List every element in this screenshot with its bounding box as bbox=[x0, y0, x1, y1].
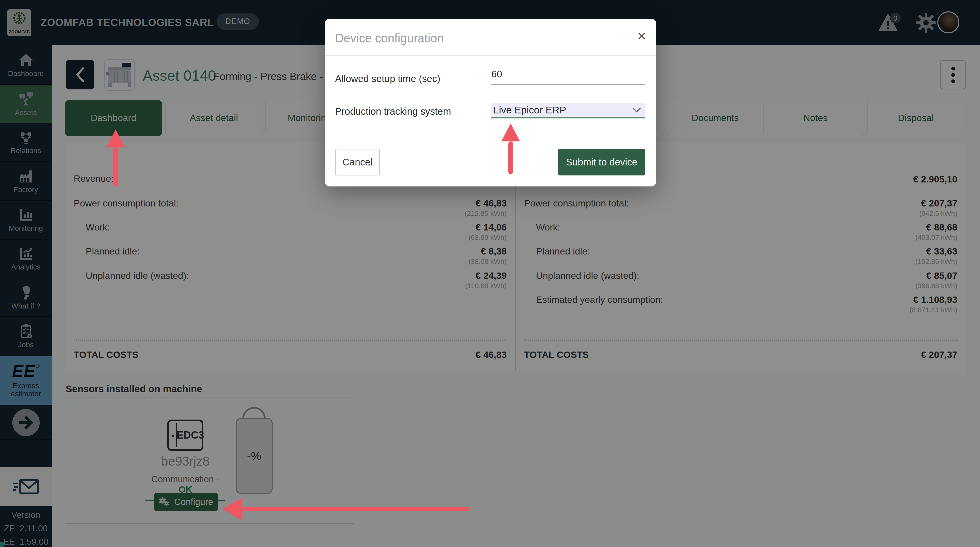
tracking-system-select[interactable]: Live Epicor ERP bbox=[491, 103, 645, 118]
annotation-arrow-configure-button bbox=[222, 498, 469, 520]
setup-time-input[interactable] bbox=[491, 69, 645, 85]
setup-time-label: Allowed setup time (sec) bbox=[335, 73, 440, 85]
tracking-system-label: Production tracking system bbox=[335, 106, 451, 117]
close-icon[interactable]: × bbox=[637, 29, 646, 43]
modal-divider bbox=[325, 55, 656, 56]
submit-to-device-button[interactable]: Submit to device bbox=[558, 149, 645, 175]
chevron-down-icon bbox=[632, 107, 641, 113]
device-configuration-modal: Device configuration × Allowed setup tim… bbox=[325, 19, 656, 187]
page-root: ZOOMFAB ZOOMFAB TECHNOLOGIES SARL DEMO 0 bbox=[0, 0, 980, 547]
annotation-arrow-dashboard-tab bbox=[107, 129, 125, 187]
annotation-arrow-tracking-select bbox=[501, 123, 520, 174]
modal-title: Device configuration bbox=[335, 31, 444, 45]
tracking-system-value: Live Epicor ERP bbox=[493, 104, 566, 116]
setup-time-field bbox=[491, 69, 645, 85]
cancel-button[interactable]: Cancel bbox=[335, 149, 380, 175]
